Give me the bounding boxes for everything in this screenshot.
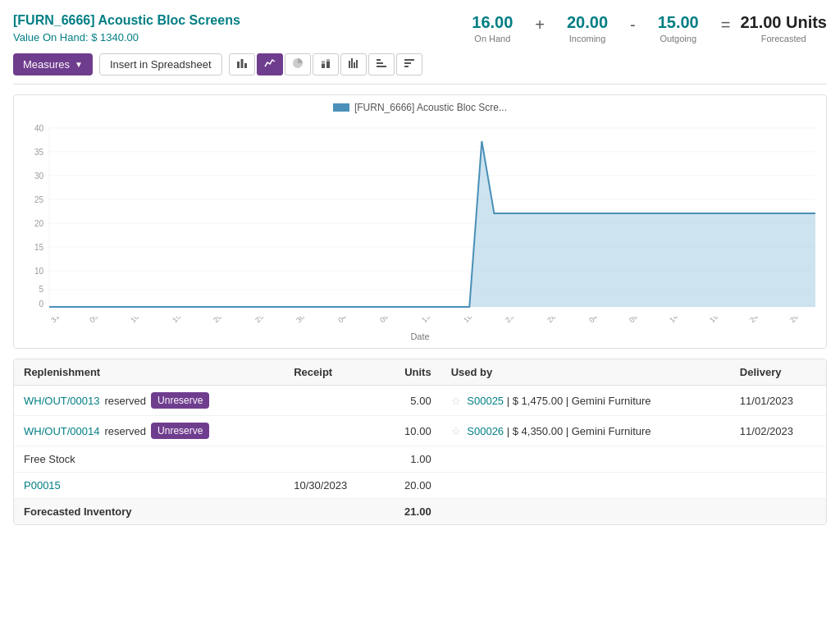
svg-text:0: 0 bbox=[39, 299, 44, 309]
minus-operator: - bbox=[630, 16, 636, 33]
forecasted-used-by bbox=[441, 499, 730, 525]
svg-rect-8 bbox=[351, 58, 353, 68]
delivery-cell-4 bbox=[730, 473, 826, 499]
table-row: WH/OUT/00013 reserved Unreserve 5.00 ☆ S… bbox=[14, 386, 826, 416]
svg-rect-14 bbox=[404, 59, 414, 61]
value-amount: $ 1340.00 bbox=[91, 31, 139, 43]
col-receipt: Receipt bbox=[284, 359, 380, 386]
svg-rect-6 bbox=[326, 59, 330, 62]
col-delivery: Delivery bbox=[730, 359, 826, 386]
wh-out-00014-link[interactable]: WH/OUT/00014 bbox=[24, 425, 99, 437]
used-by-cell-2: ☆ S00026 | $ 4,350.00 | Gemini Furniture bbox=[441, 416, 730, 446]
chart-type-buttons bbox=[229, 53, 422, 75]
svg-rect-0 bbox=[237, 62, 240, 68]
x-label-5: 20 Aug 2023 bbox=[212, 317, 247, 324]
svg-rect-9 bbox=[354, 62, 355, 68]
measures-arrow-icon: ▼ bbox=[75, 60, 83, 69]
svg-rect-15 bbox=[404, 62, 411, 64]
unreserve-button-2[interactable]: Unreserve bbox=[151, 423, 209, 439]
col-replenishment: Replenishment bbox=[14, 359, 284, 386]
svg-text:5: 5 bbox=[39, 285, 44, 294]
forecasted-receipt bbox=[284, 499, 380, 525]
col-units: Units bbox=[380, 359, 441, 386]
used-by-cell-3 bbox=[441, 446, 730, 473]
chart-svg: 40 35 30 25 20 15 10 5 0 bbox=[21, 120, 819, 317]
incoming-label: Incoming bbox=[569, 34, 606, 43]
units-cell-4: 20.00 bbox=[380, 473, 441, 499]
svg-text:40: 40 bbox=[34, 124, 44, 133]
plus-operator: + bbox=[535, 16, 545, 33]
svg-rect-7 bbox=[349, 61, 350, 68]
insert-spreadsheet-button[interactable]: Insert in Spreadsheet bbox=[99, 53, 222, 75]
svg-text:20: 20 bbox=[34, 219, 44, 228]
svg-text:35: 35 bbox=[34, 148, 44, 157]
outgoing-label: Outgoing bbox=[660, 34, 696, 43]
used-by-cell-1: ☆ S00025 | $ 1,475.00 | Gemini Furniture bbox=[441, 386, 730, 416]
receipt-cell-3 bbox=[284, 446, 380, 473]
svg-rect-12 bbox=[377, 62, 383, 64]
svg-rect-10 bbox=[356, 60, 358, 68]
chart-area-fill bbox=[49, 141, 815, 307]
x-label-3: 10 Aug 2023 bbox=[129, 317, 164, 324]
replenishment-cell-2: WH/OUT/00014 reserved Unreserve bbox=[14, 416, 284, 446]
p00015-link[interactable]: P00015 bbox=[24, 479, 61, 492]
receipt-cell-2 bbox=[284, 416, 380, 446]
delivery-cell-2: 11/02/2023 bbox=[730, 416, 826, 446]
forecasted-label: Forecasted Inventory bbox=[14, 499, 284, 525]
svg-text:10: 10 bbox=[34, 267, 44, 276]
used-by-detail-2: | $ 4,350.00 | Gemini Furniture bbox=[507, 425, 651, 437]
sort-desc-button[interactable] bbox=[396, 53, 422, 75]
replenishment-cell-3: Free Stock bbox=[14, 446, 284, 473]
wh-out-00013-link[interactable]: WH/OUT/00013 bbox=[24, 395, 99, 407]
svg-rect-1 bbox=[240, 59, 243, 68]
line-chart-button[interactable] bbox=[257, 53, 283, 75]
on-hand-label: On Hand bbox=[474, 34, 510, 43]
so0025-link[interactable]: S00025 bbox=[467, 395, 504, 407]
sort-asc-button[interactable] bbox=[368, 53, 395, 75]
measures-button[interactable]: Measures ▼ bbox=[13, 53, 93, 75]
value-on-hand: Value On Hand: $ 1340.00 bbox=[13, 31, 240, 43]
pie-chart-button[interactable] bbox=[285, 53, 311, 75]
used-by-detail-1: | $ 1,475.00 | Gemini Furniture bbox=[507, 395, 651, 407]
forecasted-delivery bbox=[730, 499, 826, 525]
x-label-4: 15 Aug 2023 bbox=[171, 317, 206, 324]
equals-operator: = bbox=[721, 16, 731, 33]
delivery-cell-1: 11/01/2023 bbox=[730, 386, 826, 416]
x-label-11: 18 Sep 2023 bbox=[462, 317, 497, 324]
unreserve-button-1[interactable]: Unreserve bbox=[151, 392, 209, 409]
stat-outgoing: 15.00 Outgoing bbox=[646, 13, 711, 43]
x-label-12: 23 Sep 2023 bbox=[504, 317, 539, 324]
used-by-cell-4 bbox=[441, 473, 730, 499]
x-label-6: 25 Aug 2023 bbox=[253, 317, 289, 324]
bar2-chart-button[interactable] bbox=[340, 53, 367, 75]
svg-rect-4 bbox=[322, 61, 325, 64]
stat-incoming: 20.00 Incoming bbox=[555, 13, 620, 43]
x-label-10: 13 Sep 2023 bbox=[420, 317, 455, 324]
svg-rect-2 bbox=[244, 63, 247, 68]
table-footer-row: Forecasted Inventory 21.00 bbox=[14, 499, 826, 525]
x-label-15: 09 Oct 2023 bbox=[628, 317, 662, 324]
chart-area: 40 35 30 25 20 15 10 5 0 bbox=[21, 120, 819, 317]
svg-rect-16 bbox=[404, 66, 409, 67]
svg-rect-5 bbox=[326, 62, 330, 68]
table-row: WH/OUT/00014 reserved Unreserve 10.00 ☆ … bbox=[14, 416, 826, 446]
x-label-8: 04 Sep 2023 bbox=[336, 317, 372, 324]
x-label-13: 28 Sep 2023 bbox=[546, 317, 581, 324]
incoming-value: 20.00 bbox=[567, 13, 608, 32]
receipt-cell-1 bbox=[284, 386, 380, 416]
legend-label: [FURN_6666] Acoustic Bloc Scre... bbox=[354, 102, 507, 113]
x-label-1: 31 Jul 2023 bbox=[49, 317, 82, 324]
x-label-9: 09 Sep 2023 bbox=[378, 317, 413, 324]
table-header-row: Replenishment Receipt Units Used by Deli… bbox=[14, 359, 826, 386]
delivery-cell-3 bbox=[730, 446, 826, 473]
so0026-link[interactable]: S00026 bbox=[467, 425, 504, 437]
replenishment-cell-4: P00015 bbox=[14, 473, 284, 499]
x-axis-label: Date bbox=[21, 332, 819, 341]
stacked-chart-button[interactable] bbox=[313, 53, 339, 75]
replenishment-cell-1: WH/OUT/00013 reserved Unreserve bbox=[14, 386, 284, 416]
bar-chart-button[interactable] bbox=[229, 53, 255, 75]
units-cell-3: 1.00 bbox=[380, 446, 441, 473]
star-icon-2: ☆ bbox=[451, 425, 461, 437]
product-title: [FURN_6666] Acoustic Bloc Screens bbox=[13, 13, 240, 28]
reserved-label-1: reserved bbox=[104, 395, 146, 407]
